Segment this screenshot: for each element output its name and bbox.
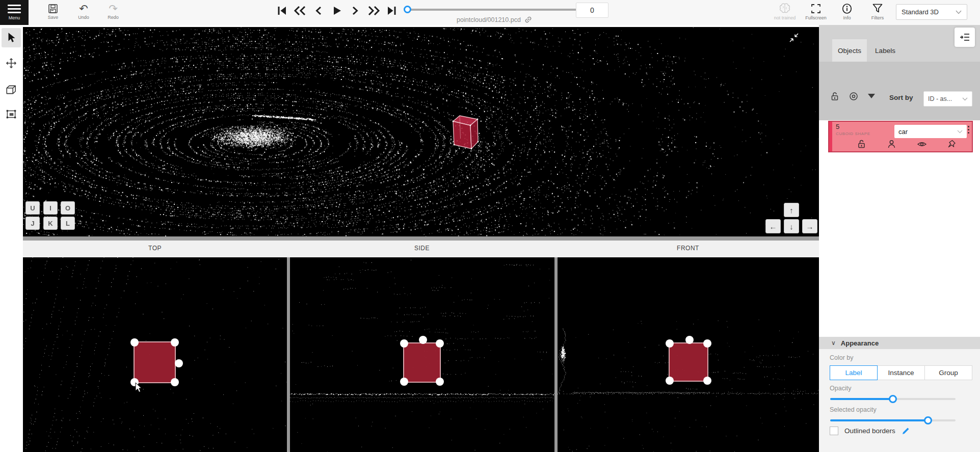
- lock-all-icon[interactable]: [830, 91, 839, 101]
- tab-objects[interactable]: Objects: [832, 39, 867, 62]
- frame-slider[interactable]: [407, 5, 581, 13]
- play-button[interactable]: [329, 4, 344, 18]
- redo-label: Redo: [102, 15, 124, 20]
- collapse-view-icon[interactable]: [788, 32, 800, 44]
- fullscreen-button[interactable]: Fullscreen: [801, 3, 831, 20]
- pan-left-button[interactable]: ←: [765, 219, 781, 233]
- rotate-handle[interactable]: [419, 336, 427, 344]
- resize-handle[interactable]: [171, 378, 179, 386]
- menu-button[interactable]: Menu: [0, 0, 29, 25]
- resize-handle[interactable]: [703, 339, 711, 348]
- resize-handle[interactable]: [400, 339, 408, 348]
- object-menu-button[interactable]: [965, 124, 971, 135]
- filters-button[interactable]: Filters: [862, 3, 893, 20]
- step-back-icon: [313, 5, 324, 17]
- frame-slider-handle[interactable]: [404, 6, 411, 13]
- key-hint-u[interactable]: U: [25, 201, 40, 215]
- color-by-instance-button[interactable]: Instance: [877, 365, 925, 380]
- selected-opacity-slider[interactable]: [830, 416, 956, 424]
- color-by-label-button[interactable]: Label: [830, 365, 878, 380]
- key-hint-j[interactable]: J: [25, 217, 40, 230]
- object-id: 5: [836, 123, 839, 130]
- resize-handle[interactable]: [171, 338, 179, 347]
- tab-labels[interactable]: Labels: [870, 39, 900, 62]
- cuboid-annotation-3d[interactable]: [451, 112, 481, 152]
- view-mode-select[interactable]: Standard 3D: [896, 4, 967, 20]
- resize-handle[interactable]: [436, 339, 444, 348]
- info-label: Info: [832, 15, 862, 20]
- cuboid-tool-button[interactable]: [2, 80, 21, 99]
- resize-handle[interactable]: [400, 378, 408, 386]
- frame-slider-track[interactable]: [407, 9, 581, 11]
- opacity-slider-handle[interactable]: [889, 395, 897, 403]
- undo-button[interactable]: ↶ Undo: [72, 3, 95, 20]
- chevron-down-icon: ∨: [831, 339, 836, 347]
- skip-to-start-button[interactable]: [274, 4, 289, 18]
- chevron-down-icon: [962, 97, 968, 101]
- rotate-handle[interactable]: [175, 359, 183, 367]
- pan-down-button[interactable]: ↓: [784, 219, 799, 233]
- key-hint-i[interactable]: I: [43, 201, 58, 215]
- outlined-borders-checkbox[interactable]: [830, 427, 838, 435]
- info-button[interactable]: Info: [832, 3, 862, 20]
- main-3d-view[interactable]: U I O J K L ↑ ← ↓ →: [23, 27, 819, 236]
- step-forward-button[interactable]: [348, 4, 362, 18]
- resize-handle[interactable]: [666, 377, 674, 385]
- collapse-panel-button[interactable]: [955, 28, 975, 47]
- opacity-slider[interactable]: [830, 395, 956, 403]
- object-lock-icon[interactable]: [857, 139, 866, 149]
- save-button[interactable]: Save: [42, 3, 64, 20]
- edit-pencil-icon[interactable]: [902, 427, 910, 435]
- object-pin-icon[interactable]: [947, 140, 956, 148]
- resize-handle[interactable]: [666, 339, 674, 348]
- undo-label: Undo: [72, 15, 95, 20]
- link-icon[interactable]: [524, 16, 532, 23]
- top-view[interactable]: [23, 257, 287, 452]
- expand-all-icon[interactable]: [868, 94, 875, 99]
- key-hint-l[interactable]: L: [61, 217, 75, 230]
- pan-up-button[interactable]: ↑: [784, 203, 799, 217]
- object-list-item[interactable]: 5 CUBOID SHAPE car: [828, 121, 973, 152]
- opacity-slider-fill: [830, 398, 893, 400]
- select-tool-button[interactable]: [2, 28, 21, 47]
- move-tool-button[interactable]: [2, 54, 21, 73]
- color-by-label: Color by: [830, 354, 854, 361]
- object-category-select[interactable]: car: [894, 125, 967, 138]
- fast-backward-button[interactable]: [293, 4, 307, 18]
- side-view[interactable]: [290, 257, 554, 452]
- main-pointcloud-canvas[interactable]: [23, 27, 819, 236]
- pan-right-button[interactable]: →: [802, 219, 817, 233]
- fullscreen-label: Fullscreen: [801, 15, 831, 20]
- appearance-section-header[interactable]: ∨ Appearance: [819, 337, 980, 349]
- chevron-down-icon: [957, 130, 963, 134]
- skip-start-icon: [276, 5, 288, 17]
- step-forward-icon: [350, 5, 360, 17]
- front-view[interactable]: [558, 257, 819, 452]
- image-region-tool-button[interactable]: [2, 104, 21, 124]
- cuboid-annotation-front[interactable]: [669, 342, 708, 382]
- visibility-all-icon[interactable]: [849, 92, 859, 100]
- resize-handle[interactable]: [703, 377, 711, 385]
- object-assignee-icon[interactable]: [887, 139, 896, 149]
- cuboid-annotation-top[interactable]: [134, 341, 176, 383]
- sort-by-select[interactable]: ID - as...: [923, 91, 972, 107]
- key-hint-o[interactable]: O: [61, 201, 75, 215]
- key-hint-k[interactable]: K: [43, 217, 58, 230]
- step-back-button[interactable]: [311, 4, 326, 18]
- resize-handle[interactable]: [436, 378, 444, 386]
- outlined-borders-row: Outlined borders: [830, 427, 910, 435]
- sort-by-label: Sort by: [889, 94, 913, 101]
- view-resize-divider[interactable]: [23, 236, 819, 241]
- appearance-section: Color by Label Instance Group Opacity Se…: [819, 349, 980, 452]
- object-visibility-icon[interactable]: [917, 141, 927, 148]
- redo-button[interactable]: ↷ Redo: [102, 3, 124, 20]
- tool-sidebar: [0, 25, 23, 452]
- rotate-handle[interactable]: [685, 336, 694, 344]
- color-by-group-button[interactable]: Group: [924, 365, 972, 380]
- selected-opacity-slider-handle[interactable]: [924, 416, 932, 424]
- object-panel: Objects Labels Sort by: [819, 25, 980, 452]
- cuboid-annotation-side[interactable]: [403, 342, 441, 383]
- fast-forward-button[interactable]: [366, 4, 381, 18]
- skip-to-end-button[interactable]: [384, 4, 399, 18]
- resize-handle[interactable]: [130, 338, 139, 347]
